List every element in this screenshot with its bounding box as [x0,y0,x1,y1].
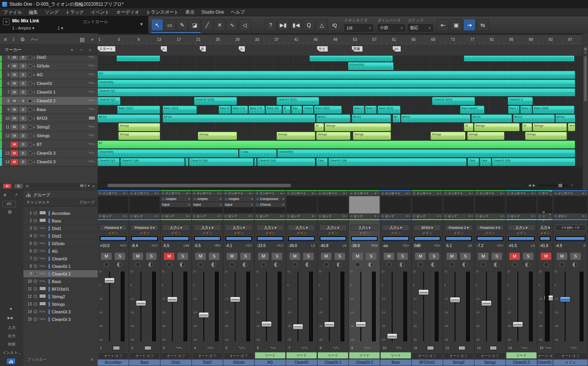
audio-clip[interactable]: CleanGt 3(3 [98,97,120,105]
pan-target-select[interactable]: BFD3 ▾ [414,225,441,231]
track-name[interactable]: Bass [37,107,87,112]
state-dot[interactable] [34,280,37,283]
fader-handle[interactable] [482,301,491,306]
monitor-button[interactable] [431,262,436,267]
audio-clip[interactable]: BFD3 [316,114,350,122]
power-icon[interactable]: ⊙ [507,192,510,195]
audio-clip[interactable]: CleanGt(5) [277,149,575,157]
record-arm-button[interactable] [28,56,32,59]
marker-flag[interactable]: A [239,46,245,52]
automation-mode-button[interactable]: オート:オフ [475,352,505,359]
solo-button[interactable]: S [460,253,471,260]
locate-start-icon[interactable]: ⇤ [437,19,449,31]
audio-clip[interactable]: BFD3 [401,114,470,122]
mixer-channel[interactable]: ⊙インサート▾ +⊙センド▾ +入力 L ▾メイン-39.0L3MS100-12… [286,190,317,366]
mixer-channel[interactable]: ⊙インサート▾ +⊙センド▾ +Presence 3 ▾メイン-8.4<C>MS… [129,190,160,366]
audio-clip[interactable]: St [464,123,473,131]
power-icon[interactable]: ⊙ [319,214,321,218]
mixer-channel[interactable]: ⊙インサート▾ +⊙センド▾ +Presence 4 ▾メイン-7.2<C>MS… [474,190,506,366]
audio-clip[interactable]: CleanGt 2(8) [328,158,467,166]
record-arm-button[interactable] [28,90,32,94]
inserts-header[interactable]: ⊙インサート▾ + [506,191,537,196]
sends-header[interactable]: ⊙センド▾ + [506,214,537,219]
gain-value[interactable]: -oo [383,244,388,248]
channel-name[interactable]: Dist2 [52,234,95,238]
power-icon[interactable]: ⊙ [162,214,164,218]
audio-clip[interactable]: Strings [198,132,237,140]
solo-button[interactable]: S [19,133,27,139]
inserts-box[interactable] [443,196,474,213]
power-icon[interactable]: ⊙ [193,192,196,195]
power-icon[interactable]: ⊙ [381,214,384,218]
power-icon[interactable]: ⊙ [99,214,101,218]
pan-slider[interactable] [540,236,551,241]
pan-target-select[interactable]: 入力 L ▾ [225,225,252,231]
monitor-button[interactable] [211,262,216,267]
channel-name[interactable]: Dist2 [192,360,223,366]
audio-clip[interactable]: Bass 2 [508,106,520,114]
menu-item[interactable]: ソング [41,9,62,16]
remove-marker-button[interactable]: − [78,47,84,52]
audio-clip[interactable]: Strings [325,123,391,131]
monitor-button[interactable]: ◐ [33,73,36,77]
state-dot[interactable] [34,295,37,298]
global-mute-button[interactable]: M [3,184,11,188]
state-dot[interactable] [34,249,37,253]
pan-value[interactable]: L94 [184,244,189,247]
audio-clip[interactable]: Bas [291,106,302,114]
solo-button[interactable]: S [19,124,27,130]
pan-value[interactable]: L9 [342,244,346,247]
solo-button[interactable]: S [19,150,27,156]
gain-value[interactable]: -4.9 [555,244,562,248]
pan-target-select[interactable]: 入力 L ▾ [194,225,221,231]
audio-clip[interactable]: Strings [467,132,504,140]
monitor-button[interactable]: ◐ [33,151,36,155]
mute-button[interactable]: M [11,72,18,78]
mixer-channel[interactable]: ⊙インサート▾ +⊙センド▾ +BFD3 ▾メイン0dB<C>MS100-12-… [412,190,443,366]
bank-row[interactable]: 10Bass [23,278,98,285]
record-arm-button[interactable] [28,160,32,164]
mute-button[interactable]: M [11,98,18,104]
inserts-box[interactable] [554,196,587,213]
solo-button[interactable]: S [19,56,27,60]
inserts-box[interactable] [286,196,317,213]
audio-clip[interactable]: AG [98,71,575,79]
device-dropdown-icon[interactable]: ▼ [139,22,144,27]
record-arm-button[interactable] [28,116,32,120]
mute-button[interactable]: M [11,89,18,95]
scroll-left-icon[interactable]: ◀ [528,183,531,187]
monitor-button[interactable] [400,262,404,267]
menu-item[interactable]: 編集 [25,9,41,16]
automation-icon[interactable] [31,36,38,42]
track-name[interactable]: BFD3 [37,116,87,120]
bank-row[interactable]: 3Dist1 [23,225,98,232]
track-name[interactable]: CleanGt 3 [37,151,87,155]
play-from-marker-icon[interactable]: ▶▮ [277,19,289,31]
track-name[interactable]: String2 [37,125,87,129]
bank-row[interactable]: 5GtSolo [23,240,98,247]
gain-value[interactable]: -41.5 [508,244,517,248]
channel-name[interactable]: Strings [52,302,95,307]
bank-row[interactable]: 7CleanGt [23,255,98,263]
pan-slider[interactable] [414,236,440,241]
sends-header[interactable]: ⊙センド▾ + [474,214,506,219]
eraser-tool-icon[interactable]: ◪ [189,19,201,31]
record-arm-button[interactable] [230,262,235,267]
output-select[interactable]: 1-2 (QU.. + 2 [555,225,586,231]
track-row[interactable]: MS◐BT [0,140,98,149]
link-cursors-icon[interactable]: ⇆ [477,19,488,31]
channel-name[interactable]: CleanGt [52,257,95,261]
automation-mode-button[interactable]: オート:オフ [443,352,474,359]
audio-clip[interactable]: CleanGt 2(8) [189,158,254,166]
channel-name[interactable]: Bass [52,219,95,223]
record-arm-button[interactable] [198,262,203,267]
solo-button[interactable]: S [570,253,581,260]
state-dot[interactable] [34,219,37,222]
inserts-header[interactable]: ⊙インサート▾ + [129,191,160,196]
menu-item[interactable]: トランスポート [143,9,182,16]
audio-clip[interactable]: Bass 2(4 [266,106,282,114]
inserts-header[interactable]: ⊙インサート▾ + [160,191,191,196]
sends-header[interactable]: ⊙センド▾ + [255,214,286,219]
snap-select[interactable]: 順応▾ [408,24,433,31]
monitor-button[interactable]: ◐ [33,99,36,103]
